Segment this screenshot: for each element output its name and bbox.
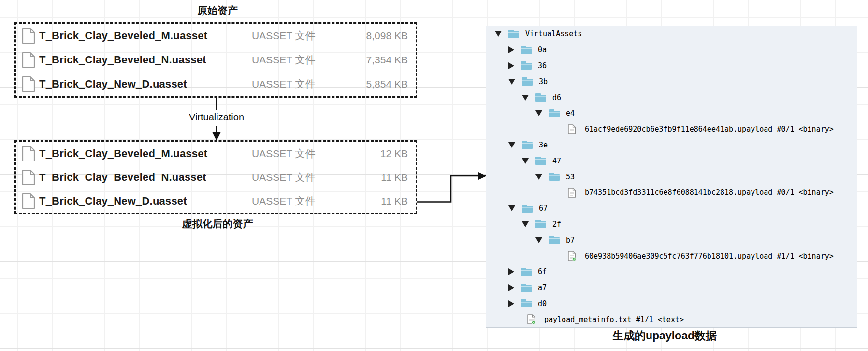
tree-folder-label: 53 xyxy=(566,173,575,181)
tree-folder-row: b7 xyxy=(486,232,857,248)
folder-icon xyxy=(521,77,533,86)
virtualized-assets-caption: 虚拟化后的资产 xyxy=(121,217,314,231)
file-row: T_Brick_Clay_Beveled_M.uassetUASSET 文件8,… xyxy=(22,24,408,48)
folder-icon xyxy=(549,172,560,181)
file-added-icon xyxy=(527,314,535,324)
folder-icon xyxy=(508,29,520,39)
file-icon xyxy=(568,124,576,134)
chevron-down-icon xyxy=(508,142,515,148)
virtual-assets-tree-panel: VirtualAssets 0a 36 3b d6 e4 61acf9ede69… xyxy=(486,26,857,328)
tree-folder-label: VirtualAssets xyxy=(525,29,582,38)
tree-folder-label: 36 xyxy=(538,61,547,70)
folder-icon xyxy=(549,235,560,245)
tree-folder-label: b7 xyxy=(566,236,575,245)
folder-icon xyxy=(549,109,560,118)
document-icon xyxy=(22,193,35,209)
folder-icon xyxy=(535,93,547,102)
file-icon xyxy=(568,188,576,198)
file-type: UASSET 文件 xyxy=(252,147,363,161)
file-row: T_Brick_Clay_Beveled_N.uassetUASSET 文件11… xyxy=(22,165,408,189)
chevron-right-icon xyxy=(508,46,514,53)
folder-icon xyxy=(535,219,547,229)
tree-file-label: 60e938b59406ae309c5fc763f776b18101.upayl… xyxy=(585,252,834,261)
virtualization-arrow-label: Virtualization xyxy=(168,112,265,123)
virtualization-diagram: 原始资产 T_Brick_Clay_Beveled_M.uassetUASSET… xyxy=(0,0,868,351)
file-size: 11 KB xyxy=(363,195,408,207)
file-name: T_Brick_Clay_New_D.uasset xyxy=(39,78,252,90)
document-icon xyxy=(22,76,35,92)
file-name: T_Brick_Clay_Beveled_M.uasset xyxy=(39,147,252,160)
tree-folder-row: 0a xyxy=(486,42,857,58)
tree-folder-row: a7 xyxy=(486,280,857,296)
chevron-right-icon xyxy=(508,300,514,307)
original-assets-box: T_Brick_Clay_Beveled_M.uassetUASSET 文件8,… xyxy=(14,22,417,98)
file-row: T_Brick_Clay_Beveled_M.uassetUASSET 文件12… xyxy=(22,142,408,165)
tree-folder-label: 3b xyxy=(539,77,548,86)
file-size: 7,354 KB xyxy=(363,54,408,66)
tree-folder-label: d6 xyxy=(552,93,561,102)
chevron-down-icon xyxy=(522,158,529,164)
folder-icon xyxy=(521,204,533,213)
document-icon xyxy=(22,52,35,68)
folder-icon xyxy=(521,61,532,70)
tree-folder-row: 2f xyxy=(486,217,857,233)
tree-file-label: 61acf9ede6920cb6e3fb9f11e864ee41ab.upayl… xyxy=(585,125,834,133)
file-size: 12 KB xyxy=(363,148,408,160)
chevron-down-icon xyxy=(522,95,529,101)
file-name: T_Brick_Clay_Beveled_N.uasset xyxy=(39,54,252,66)
tree-folder-label: 67 xyxy=(539,204,548,213)
folder-icon xyxy=(521,140,533,149)
folder-icon xyxy=(521,299,532,308)
file-type: UASSET 文件 xyxy=(252,77,363,91)
chevron-down-icon xyxy=(522,221,529,227)
tree-folder-label: 6f xyxy=(538,267,547,276)
file-name: T_Brick_Clay_New_D.uasset xyxy=(39,195,252,207)
file-size: 5,854 KB xyxy=(363,78,408,90)
tree-folder-row: VirtualAssets xyxy=(486,26,857,42)
chevron-down-icon xyxy=(535,110,542,116)
folder-icon xyxy=(521,45,532,55)
tree-folder-row: 53 xyxy=(486,169,857,185)
tree-file-row: 60e938b59406ae309c5fc763f776b18101.upayl… xyxy=(486,248,857,264)
file-name: T_Brick_Clay_Beveled_M.uasset xyxy=(39,29,252,42)
document-icon xyxy=(22,146,35,162)
tree-folder-label: 3e xyxy=(539,141,548,149)
file-size: 11 KB xyxy=(363,172,408,183)
tree-folder-label: e4 xyxy=(566,109,575,117)
folder-icon xyxy=(521,267,532,277)
tree-folder-label: 0a xyxy=(538,45,547,54)
chevron-right-icon xyxy=(508,284,514,291)
file-row: T_Brick_Clay_Beveled_N.uassetUASSET 文件7,… xyxy=(22,48,408,72)
document-icon xyxy=(22,169,35,186)
folder-icon xyxy=(521,283,532,292)
chevron-down-icon xyxy=(508,205,515,211)
file-size: 8,098 KB xyxy=(363,30,408,42)
tree-file-label: payload_metainfo.txt #1/1 <text> xyxy=(544,315,684,324)
generated-upayload-caption: 生成的upayload数据 xyxy=(534,328,795,343)
file-row: T_Brick_Clay_New_D.uassetUASSET 文件11 KB xyxy=(22,189,408,213)
tree-folder-row: 67 xyxy=(486,201,857,217)
chevron-down-icon xyxy=(535,174,542,180)
file-type: UASSET 文件 xyxy=(252,53,363,67)
tree-folder-label: 2f xyxy=(552,220,561,229)
tree-file-label: b74351bcd3fd3311c6e8f6088141bc2818.upayl… xyxy=(585,188,834,197)
tree-folder-row: 3e xyxy=(486,137,857,153)
tree-file-row: b74351bcd3fd3311c6e8f6088141bc2818.upayl… xyxy=(486,185,857,201)
folder-icon xyxy=(535,156,547,165)
chevron-right-icon xyxy=(508,62,514,69)
tree-folder-row: 6f xyxy=(486,264,857,280)
tree-folder-label: d0 xyxy=(538,299,547,308)
virtualized-assets-box: T_Brick_Clay_Beveled_M.uassetUASSET 文件12… xyxy=(14,140,417,214)
tree-folder-label: 47 xyxy=(552,157,561,165)
chevron-right-icon xyxy=(508,268,514,275)
file-type: UASSET 文件 xyxy=(252,29,363,43)
tree-folder-row: 47 xyxy=(486,153,857,169)
file-added-icon xyxy=(568,251,576,261)
to-tree-elbow-arrow xyxy=(417,172,487,202)
tree-folder-row: 36 xyxy=(486,58,857,74)
document-icon xyxy=(22,28,35,44)
file-type: UASSET 文件 xyxy=(252,171,363,184)
tree-folder-label: a7 xyxy=(538,283,547,292)
tree-folder-row: d6 xyxy=(486,89,857,105)
chevron-down-icon xyxy=(495,31,502,37)
